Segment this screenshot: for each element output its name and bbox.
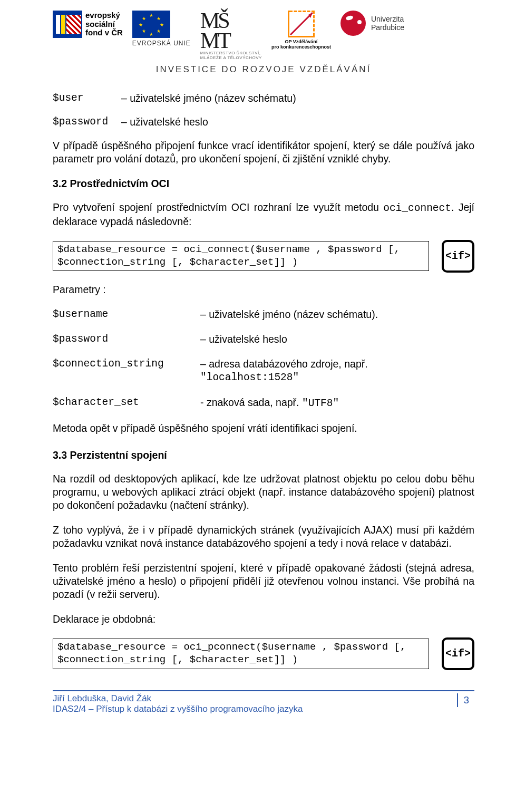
if-icon: <if> xyxy=(442,240,474,273)
opvk-icon xyxy=(288,11,315,37)
upa-line1: Univerzita xyxy=(371,15,404,23)
eu-logo: ★ ★ ★ ★ ★ ★ ★ ★ EVROPSKÁ UNIE xyxy=(132,11,191,47)
upa-icon xyxy=(340,11,366,36)
param-password-desc: – uživatelské heslo xyxy=(200,333,474,346)
var-user-desc: – uživatelské jméno (název schématu) xyxy=(121,92,474,105)
param-username-desc: – uživatelské jméno (název schématu). xyxy=(200,308,474,321)
paragraph-decl-similar: Deklarace je obdobná: xyxy=(53,613,474,626)
footer-authors: Jiří Lebduška, David Žák xyxy=(53,693,303,704)
param-charset-desc: - znaková sada, např. xyxy=(200,397,302,408)
paragraph-persist-1: Na rozdíl od desktopových aplikací, kde … xyxy=(53,472,474,512)
heading-3-2: 3.2 Prostřednictvím OCI xyxy=(53,177,474,190)
paragraph-method-returns: Metoda opět v případě úspěšného spojení … xyxy=(53,422,474,435)
param-table: $username – uživatelské jméno (název sch… xyxy=(53,308,474,411)
param-username: $username xyxy=(53,308,200,321)
code-block-oci-pconnect: $database_resource = oci_pconnect($usern… xyxy=(53,639,429,669)
var-password-desc: – uživatelské heslo xyxy=(121,115,474,129)
page-number: 3 xyxy=(457,693,474,707)
var-user: $user xyxy=(53,92,121,105)
param-connection-string: $connection_string xyxy=(53,357,200,385)
param-password: $password xyxy=(53,333,200,346)
upa-line2: Pardubice xyxy=(371,23,404,32)
code-oci-connect: oci_connect xyxy=(383,202,451,214)
var-password: $password xyxy=(53,115,121,129)
esf-label-1: evropský xyxy=(85,11,123,20)
esf-label-2: sociální xyxy=(85,20,123,29)
invest-tagline: INVESTICE DO ROZVOJE VZDĚLÁVÁNÍ xyxy=(53,64,474,75)
params-label: Parametry : xyxy=(53,283,474,296)
paragraph-persist-2: Z toho vyplývá, že i v případě dynamický… xyxy=(53,524,474,550)
upa-logo: Univerzita Pardubice xyxy=(340,11,404,36)
content: $user – uživatelské jméno (název schémat… xyxy=(53,92,474,670)
param-charset-example: "UTF8" xyxy=(302,398,339,409)
eu-flag-icon: ★ ★ ★ ★ ★ ★ ★ ★ xyxy=(132,11,170,38)
eu-label: EVROPSKÁ UNIE xyxy=(132,40,191,47)
code-block-oci-connect: $database_resource = oci_connect($userna… xyxy=(53,241,429,272)
param-conn-desc: – adresa databázového zdroje, např. xyxy=(200,358,368,370)
opvk-logo: OP Vzdělávání pro konkurenceschopnost xyxy=(271,11,331,50)
msmt-line1: MINISTERSTVO ŠKOLSTVÍ, xyxy=(200,51,262,55)
heading-3-3: 3.3 Perzistentní spojení xyxy=(53,449,474,462)
esf-logo: evropský sociální fond v ČR xyxy=(53,11,123,38)
paragraph-connect-return: V případě úspěšného připojení funkce vra… xyxy=(53,139,474,166)
opvk-line1: OP Vzdělávání xyxy=(271,39,331,44)
msmt-icon: MŠMT xyxy=(200,11,262,51)
if-icon: <if> xyxy=(442,637,474,670)
paragraph-persist-3: Tento problém řeší perzistentní spojení,… xyxy=(53,562,474,601)
opvk-line2: pro konkurenceschopnost xyxy=(271,44,331,50)
esf-label-3: fond v ČR xyxy=(85,28,123,37)
msmt-logo: MŠMT MINISTERSTVO ŠKOLSTVÍ, MLÁDEŽE A TĚ… xyxy=(200,11,262,60)
param-conn-example: "localhost:1528" xyxy=(200,372,299,383)
esf-flag-icon xyxy=(53,11,82,38)
footer-course: IDAS2/4 – Přístup k databázi z vyššího p… xyxy=(53,704,303,714)
param-charset: $character_set xyxy=(53,396,200,410)
msmt-line2: MLÁDEŽE A TĚLOVÝCHOVY xyxy=(200,55,262,60)
logo-row: evropský sociální fond v ČR ★ ★ ★ ★ ★ ★ … xyxy=(53,11,474,60)
paragraph-oci-intro: Pro vytvoření spojení prostřednictvím OC… xyxy=(53,201,474,228)
oci-intro-a: Pro vytvoření spojení prostřednictvím OC… xyxy=(53,201,383,213)
footer: Jiří Lebduška, David Žák IDAS2/4 – Příst… xyxy=(53,690,474,714)
